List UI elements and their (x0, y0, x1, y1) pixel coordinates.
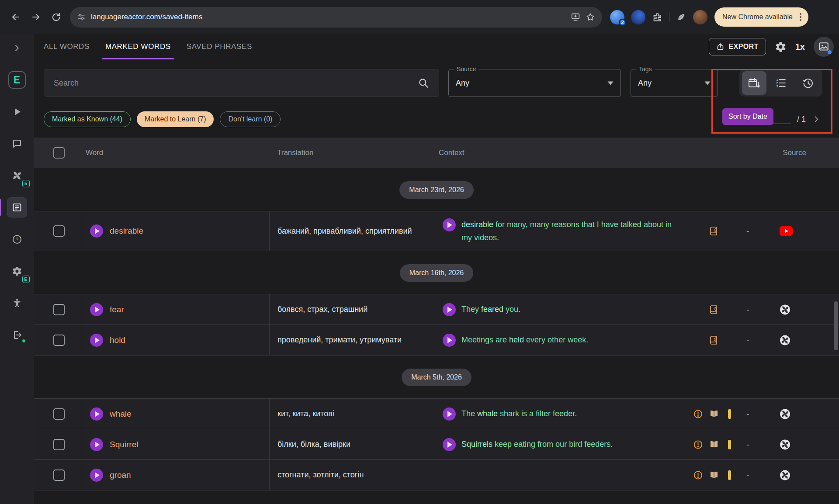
sidebar-item-settings[interactable]: E (7, 262, 27, 281)
word-label[interactable]: desirable (110, 226, 143, 236)
url-bar[interactable]: languagereactor.com/saved-items (70, 7, 602, 28)
play-context-button[interactable] (443, 218, 456, 231)
history-icon (802, 77, 814, 89)
table-body: March 23rd, 2026desirableбажаний, приваб… (34, 181, 839, 490)
reload-button[interactable] (46, 7, 66, 27)
sort-button-group: 123 (739, 69, 822, 97)
context-highlight: Squirrels (461, 440, 492, 449)
translation-text: боявся, страх, страшний (277, 304, 367, 315)
install-icon[interactable] (571, 12, 580, 22)
sidebar-item-saved-items[interactable] (7, 198, 27, 217)
chips-row: Marked as Known (44)Marked to Learn (7)D… (34, 111, 839, 127)
play-word-button[interactable] (90, 224, 103, 238)
svg-text:3: 3 (776, 84, 778, 88)
row-checkbox[interactable] (53, 335, 65, 346)
kebab-menu-icon[interactable] (797, 10, 804, 24)
source-select[interactable]: Source Any (448, 69, 621, 97)
accessibility-icon (12, 298, 22, 308)
logo-letter: E (8, 71, 26, 89)
chevron-down-icon (607, 81, 614, 85)
word-label[interactable]: whale (110, 409, 132, 419)
context-highlight: held (509, 335, 524, 344)
chrome-update-button[interactable]: New Chrome available (714, 7, 808, 27)
search-input[interactable] (54, 79, 418, 88)
site-info-icon[interactable] (77, 13, 86, 21)
book-audio-icon (709, 304, 719, 315)
chevron-down-icon (704, 81, 711, 85)
browser-toolbar-icons: 2 (610, 10, 707, 24)
back-button[interactable] (6, 7, 25, 27)
row-checkbox[interactable] (53, 469, 65, 481)
user-avatar[interactable] (693, 10, 707, 24)
export-icon (716, 43, 725, 51)
sort-by-list-button[interactable]: 123 (769, 71, 793, 95)
select-all-checkbox[interactable] (53, 147, 65, 159)
filter-chip[interactable]: Marked to Learn (7) (137, 111, 214, 127)
context-highlight: feared (481, 305, 503, 314)
play-word-button[interactable] (90, 469, 103, 482)
gear-icon (12, 266, 22, 276)
row-checkbox[interactable] (53, 408, 65, 420)
forward-arrow-icon (31, 12, 41, 22)
sidebar-expand-button[interactable] (7, 38, 27, 58)
history-button[interactable] (796, 71, 820, 95)
filter-chip[interactable]: Marked as Known (44) (44, 111, 131, 127)
tags-select[interactable]: Tags Any (631, 69, 718, 97)
play-context-button[interactable] (443, 438, 456, 451)
play-word-button[interactable] (90, 438, 103, 451)
settings-button[interactable] (775, 41, 787, 53)
translation-text: бажаний, привабливий, сприятливий (277, 225, 412, 237)
tab-saved-phrases[interactable]: SAVED PHRASES (179, 34, 260, 59)
tab-all-words[interactable]: ALL WORDS (36, 34, 97, 59)
source-select-label: Source (454, 66, 478, 72)
search-icon[interactable] (418, 77, 429, 89)
help-icon: ? (12, 234, 22, 245)
date-separator: March 23rd, 2026 (399, 181, 473, 199)
next-page-icon[interactable] (812, 115, 821, 124)
play-context-button[interactable] (443, 407, 456, 421)
bookmark-star-icon[interactable] (586, 12, 595, 22)
word-label[interactable]: Squirrel (110, 440, 138, 449)
sidebar-item-help[interactable]: ? (7, 230, 27, 249)
export-button[interactable]: EXPORT (709, 38, 766, 55)
play-word-button[interactable] (90, 303, 103, 316)
table-row: groanстогнати, зотліти, стогін- (34, 460, 839, 490)
screenshot-button[interactable] (814, 37, 834, 57)
play-context-button[interactable] (443, 303, 456, 316)
play-word-button[interactable] (90, 334, 103, 347)
sidebar-item-chat[interactable] (7, 134, 27, 153)
scrollbar-thumb[interactable] (834, 301, 838, 350)
play-context-button[interactable] (443, 334, 456, 347)
sidebar-item-videos[interactable]: 5 (7, 166, 27, 185)
sidebar-item-player[interactable] (7, 102, 27, 121)
sort-by-date-button[interactable] (742, 71, 766, 95)
word-label[interactable]: hold (110, 335, 125, 345)
sidebar-logo[interactable]: E (7, 70, 27, 90)
row-checkbox[interactable] (53, 225, 65, 237)
word-label[interactable]: fear (110, 305, 124, 314)
row-checkbox[interactable] (53, 439, 65, 450)
language-reactor-icon (780, 439, 790, 450)
filter-chip[interactable]: Don't learn (0) (220, 111, 281, 127)
playback-speed-button[interactable]: 1x (795, 42, 805, 52)
toolbar-divider (669, 12, 669, 22)
filter-row: Source Any Tags Any 123 (34, 69, 839, 98)
sidebar-item-logout[interactable] (7, 325, 27, 345)
sidebar-item-accessibility[interactable] (7, 293, 27, 313)
book-icon (709, 470, 719, 480)
tab-marked-words[interactable]: MARKED WORDS (97, 34, 179, 59)
secondary-avatar[interactable] (631, 10, 645, 24)
search-box[interactable] (44, 69, 439, 97)
calendar-sort-icon (748, 77, 760, 89)
table-row: fearбоявся, страх, страшнийThey feared y… (34, 294, 839, 325)
settings-badge: E (22, 276, 30, 283)
profile-avatar[interactable]: 2 (610, 10, 624, 24)
adblock-leaf-icon[interactable] (676, 12, 686, 22)
row-checkbox[interactable] (53, 304, 65, 315)
context-text: desirable for many, many reasons that I … (461, 218, 681, 244)
word-label[interactable]: groan (110, 470, 131, 480)
forward-button[interactable] (26, 7, 45, 27)
extensions-puzzle-icon[interactable] (652, 12, 662, 22)
no-tag-dash: - (746, 335, 749, 345)
play-word-button[interactable] (90, 407, 103, 421)
